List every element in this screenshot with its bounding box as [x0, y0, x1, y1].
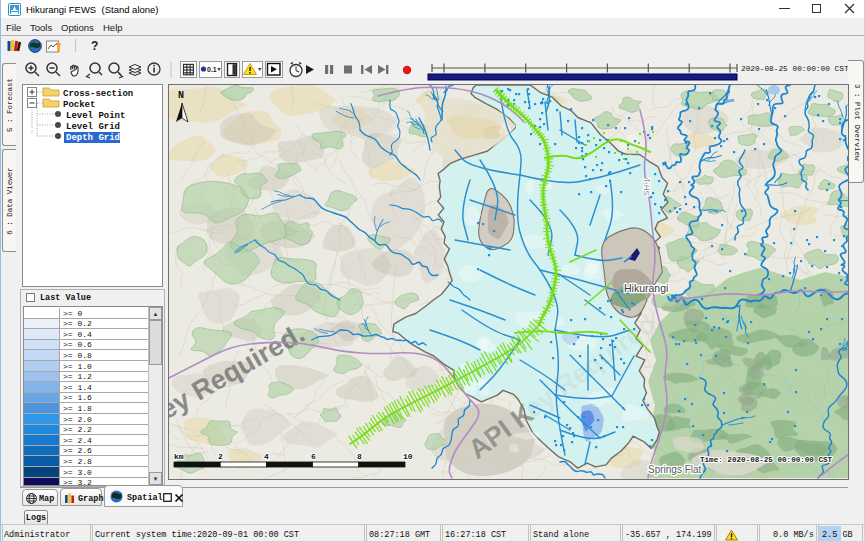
- svg-text:Cross-section: Cross-section: [63, 89, 133, 99]
- svg-text:0.1: 0.1: [207, 66, 217, 73]
- svg-text:Level Grid: Level Grid: [66, 122, 120, 132]
- svg-text:Depth Grid: Depth Grid: [66, 133, 120, 143]
- svg-text:Hikurangi: Hikurangi: [624, 282, 668, 294]
- svg-text:2: 2: [218, 452, 223, 461]
- svg-text:4: 4: [264, 452, 269, 461]
- svg-text:8: 8: [357, 452, 362, 461]
- svg-text:km: km: [174, 452, 184, 461]
- svg-text:Level Point: Level Point: [66, 111, 125, 121]
- svg-text:10: 10: [403, 452, 413, 461]
- svg-text:SH 1: SH 1: [642, 177, 652, 196]
- svg-text:Time: 2020-08-25 00:00:00 CST: Time: 2020-08-25 00:00:00 CST: [700, 456, 833, 464]
- svg-text:Pocket: Pocket: [63, 100, 95, 110]
- svg-text:Springs Flat: Springs Flat: [648, 464, 702, 475]
- svg-text:N: N: [178, 90, 184, 101]
- svg-text:6: 6: [311, 452, 316, 461]
